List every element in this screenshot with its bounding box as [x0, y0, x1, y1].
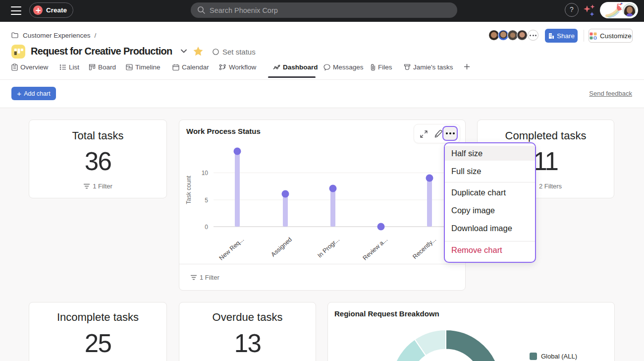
svg-text:New Req...: New Req... — [218, 236, 245, 262]
svg-text:Task count: Task count — [185, 176, 192, 204]
svg-text:10: 10 — [202, 170, 209, 177]
svg-text:Assigned: Assigned — [269, 236, 293, 258]
svg-text:Review a...: Review a... — [362, 236, 389, 262]
svg-text:In Progr...: In Progr... — [316, 236, 341, 259]
svg-text:Recently...: Recently... — [411, 236, 437, 260]
svg-text:5: 5 — [205, 197, 208, 204]
svg-text:0: 0 — [205, 224, 208, 231]
